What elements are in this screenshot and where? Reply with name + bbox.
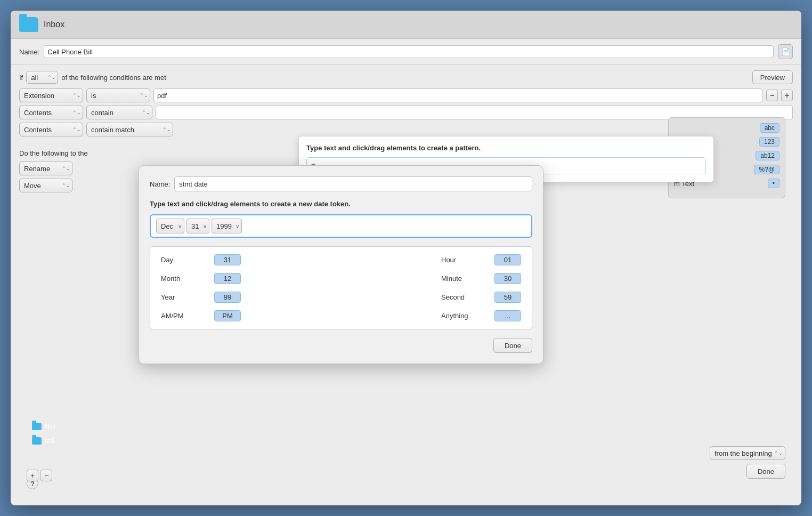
ampm-token[interactable]: PM (214, 310, 241, 321)
operator-select-2[interactable]: contain does not contain (86, 106, 152, 119)
title-bar: Inbox (11, 11, 801, 39)
date-picker-row: Dec JanFebMar AprMayJun JulAugSep OctNov… (150, 214, 532, 238)
preview-button[interactable]: Preview (752, 70, 793, 84)
field-select-1[interactable]: Extension Contents (19, 88, 83, 102)
year-token[interactable]: 99 (214, 292, 241, 303)
sidebar-folder-icon-1 (32, 423, 42, 430)
month-select-wrapper: Dec JanFebMar AprMayJun JulAugSep OctNov (156, 219, 184, 233)
token-badge-ab12[interactable]: ab12 (756, 151, 779, 160)
pattern-tooltip-title: Type text and click/drag elements to cre… (306, 144, 706, 152)
conditions-header: If all any of the following conditions a… (19, 70, 793, 84)
token-row-abc: abc (674, 123, 779, 133)
token-grid-row-year-second: Year 99 Second 59 (161, 292, 521, 303)
year-label: Year (161, 293, 214, 301)
year-select-wrapper: 1999 20002001 (212, 219, 242, 233)
action-select-1[interactable]: Rename Move (19, 162, 72, 175)
file-list: Not toS (27, 420, 61, 447)
dialog-name-input[interactable] (174, 176, 532, 191)
anything-label: Anything (441, 312, 494, 320)
all-select[interactable]: all any (26, 71, 58, 84)
token-badge-symbols[interactable]: %?@ (754, 165, 779, 174)
name-input[interactable] (44, 45, 774, 58)
minute-token[interactable]: 30 (494, 273, 521, 284)
add-remove-buttons: + − (27, 470, 52, 481)
token-grid: Day 31 Hour 01 Month 12 Minute 30 Year 9… (150, 246, 532, 329)
done-bottom-button[interactable]: Done (746, 464, 785, 479)
sidebar-item-tos[interactable]: toS (27, 434, 61, 447)
field-select-2[interactable]: Contents Extension (19, 106, 83, 119)
dialog-name-label: Name: (150, 180, 170, 188)
field-select-wrapper-1: Extension Contents (19, 88, 83, 102)
condition-value-1[interactable] (153, 88, 763, 102)
token-grid-row-month-minute: Month 12 Minute 30 (161, 273, 521, 284)
day-select-wrapper: 31 123 (186, 219, 209, 233)
day-select[interactable]: 31 123 (186, 219, 209, 233)
doc-icon-button[interactable]: 📄 (778, 44, 793, 59)
add-condition-1[interactable]: + (781, 90, 793, 101)
from-beginning-wrapper: from the beginning from the end from any… (710, 446, 785, 460)
sidebar-folder-icon-2 (32, 437, 42, 445)
add-button[interactable]: + (27, 470, 38, 481)
ampm-label: AM/PM (161, 312, 214, 320)
operator-select-wrapper-2: contain does not contain (86, 106, 152, 119)
field-select-wrapper-3: Contents Extension (19, 123, 83, 136)
action-select-wrapper-1: Rename Move (19, 162, 72, 175)
operator-select-wrapper-1: is is not (86, 88, 150, 102)
of-label: of the following conditions are met (61, 74, 166, 82)
main-dialog: Name: Type text and click/drag elements … (139, 165, 543, 364)
year-select[interactable]: 1999 20002001 (212, 219, 242, 233)
second-label: Second (441, 293, 494, 301)
anything-token[interactable]: ... (494, 310, 521, 321)
operator-select-wrapper-3: contain match does not contain match (86, 123, 173, 136)
operator-select-3[interactable]: contain match does not contain match (86, 123, 173, 136)
sidebar-item-label-2: toS (45, 437, 55, 445)
day-label: Day (161, 256, 214, 264)
token-badge-text[interactable]: • (768, 179, 779, 188)
condition-row-1: Extension Contents is is not − + (19, 88, 793, 102)
token-badge-abc[interactable]: abc (760, 123, 779, 133)
second-token[interactable]: 59 (494, 292, 521, 303)
day-token[interactable]: 31 (214, 254, 241, 265)
token-grid-row-ampm-anything: AM/PM PM Anything ... (161, 310, 521, 321)
dialog-done-button[interactable]: Done (493, 338, 532, 353)
name-row: Name: 📄 (11, 39, 801, 65)
main-window: Inbox Name: 📄 If all any of the followin… (11, 11, 801, 505)
minute-label: Minute (441, 275, 494, 283)
sidebar-item-not[interactable]: Not (27, 420, 61, 432)
field-select-wrapper-2: Contents Extension (19, 106, 83, 119)
all-select-wrapper: all any (26, 71, 58, 84)
dialog-name-row: Name: (150, 176, 532, 191)
folder-icon (19, 17, 38, 32)
action-select-wrapper-2: Move Rename (19, 179, 72, 192)
dialog-subtitle: Type text and click/drag elements to cre… (150, 200, 532, 208)
operator-select-1[interactable]: is is not (86, 88, 150, 102)
month-label: Month (161, 275, 214, 283)
token-grid-row-day-hour: Day 31 Hour 01 (161, 254, 521, 265)
token-badge-123[interactable]: 123 (759, 137, 779, 147)
month-select[interactable]: Dec JanFebMar AprMayJun JulAugSep OctNov (156, 219, 184, 233)
hour-token[interactable]: 01 (494, 254, 521, 265)
action-select-2[interactable]: Move Rename (19, 179, 72, 192)
sidebar-item-label-1: Not (45, 422, 55, 430)
hour-label: Hour (441, 256, 494, 264)
month-token[interactable]: 12 (214, 273, 241, 284)
from-beginning-row: from the beginning from the end from any… (710, 446, 785, 460)
name-label: Name: (19, 48, 39, 56)
remove-condition-1[interactable]: − (766, 90, 778, 101)
remove-button[interactable]: − (40, 470, 52, 481)
from-beginning-select[interactable]: from the beginning from the end from any… (710, 446, 785, 460)
if-label: If (19, 74, 23, 82)
field-select-3[interactable]: Contents Extension (19, 123, 83, 136)
window-title: Inbox (44, 20, 64, 29)
